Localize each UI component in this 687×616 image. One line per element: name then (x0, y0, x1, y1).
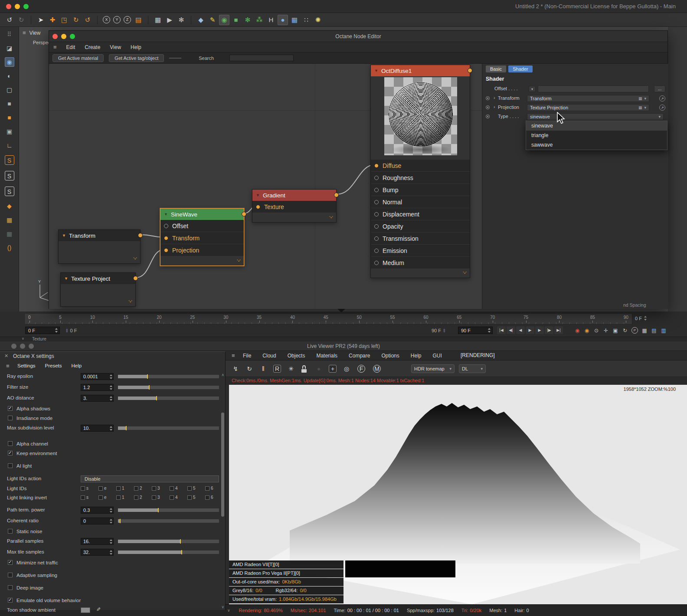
node-header[interactable]: ▼ OctDiffuse1 (371, 65, 470, 76)
frame-stepper[interactable] (644, 315, 648, 321)
range-handle-icon[interactable]: ‖ (443, 328, 445, 333)
select-tool-icon[interactable]: ➤ (36, 15, 46, 25)
texture-icon[interactable]: ▦ (638, 95, 642, 102)
port-dot-opacity[interactable] (374, 224, 379, 229)
scrollbar-thumb[interactable] (221, 413, 224, 517)
next-key-button[interactable]: |▶ (545, 326, 553, 334)
menu-create[interactable]: Create (85, 44, 100, 50)
film-region-icon[interactable]: F (357, 365, 365, 373)
collapse-icon[interactable]: ▼ (62, 233, 66, 238)
material-picker-icon[interactable]: M (373, 365, 381, 373)
tab-presets[interactable]: Presets (45, 363, 62, 368)
primitive-cube-icon[interactable]: ◆ (196, 15, 206, 25)
menu-view[interactable]: View (110, 44, 121, 50)
type-option-triangle[interactable]: triangle (526, 131, 667, 140)
collapse-icon[interactable]: ▼ (374, 69, 378, 73)
slider-filter-size[interactable] (118, 386, 219, 389)
checkbox-light-linking-invert-4[interactable] (170, 495, 174, 500)
checkbox-light-linking-invert-3[interactable] (152, 495, 156, 500)
node-header[interactable]: ▼ Gradient (252, 190, 336, 201)
render-passes-icon[interactable]: ● (315, 365, 323, 373)
keyframe-icon[interactable]: ⊙ (592, 327, 600, 334)
render-settings-icon[interactable]: ✻ (176, 15, 186, 25)
offset-more-button[interactable]: ... (654, 85, 665, 92)
chevron-down-icon[interactable]: ▾ (644, 95, 646, 102)
checkbox-emulate-old-volume-behavior[interactable] (8, 598, 13, 603)
paint-bucket-icon[interactable]: ◆ (5, 201, 14, 211)
projection-field[interactable]: Texture Projection ▦ ▾ (527, 104, 649, 111)
goto-projection-node-button[interactable]: ↗ (659, 105, 665, 111)
deformer-icon[interactable]: ✻ (242, 15, 253, 25)
range-handle-icon[interactable]: ‖ (66, 328, 68, 333)
chevron-right-icon[interactable]: › (494, 104, 495, 109)
grid-dark-icon[interactable]: ▦ (5, 229, 14, 239)
checkbox-light-ids-2[interactable] (134, 486, 138, 491)
frame-stepper[interactable] (55, 328, 59, 333)
value-input-filter-size[interactable]: 1.2 (81, 384, 114, 391)
next-frame-button[interactable]: ▶ (535, 326, 544, 334)
menu-objects[interactable]: Objects (288, 353, 305, 359)
port-dot-medium[interactable] (374, 261, 379, 265)
node-gradient[interactable]: ▼ Gradient Texture (252, 189, 337, 223)
port-dot-normal[interactable] (374, 200, 379, 204)
move-tool-icon[interactable]: ✚ (47, 15, 58, 25)
port-dot-roughness[interactable] (374, 176, 379, 180)
port-medium[interactable]: Medium (371, 257, 470, 269)
dropdown-light-ids-action[interactable]: Disable (81, 475, 219, 482)
volume-builder-icon[interactable]: ◉ (219, 15, 229, 25)
mograph-icon[interactable]: H (266, 15, 276, 25)
checkbox-adaptive-sampling[interactable] (8, 573, 13, 577)
output-port-dot[interactable] (334, 193, 339, 197)
render-view-icon[interactable]: ▦ (153, 15, 163, 25)
generator-icon[interactable]: ■ (231, 15, 241, 25)
value-stepper[interactable] (109, 508, 113, 513)
port-dot-texture[interactable] (256, 205, 260, 209)
checkbox-light-ids-5[interactable] (187, 486, 192, 491)
checkbox-alpha-channel[interactable] (8, 441, 13, 446)
frame-end-field[interactable]: 90 F (458, 327, 493, 334)
eyedropper-icon[interactable]: ✎ (96, 606, 101, 613)
grid-orange-icon[interactable]: ▦ (5, 215, 14, 225)
checkbox-light-ids-e[interactable] (98, 486, 103, 491)
slider-handle[interactable] (120, 519, 121, 523)
texture-icon[interactable]: ▦ (638, 105, 642, 111)
checkbox-light-ids-1[interactable] (116, 486, 121, 491)
slider-handle[interactable] (156, 396, 157, 400)
prev-frame-button[interactable]: ◀ (516, 326, 525, 334)
checkbox-irradiance-mode[interactable] (8, 416, 13, 420)
dl-select[interactable]: DL ▾ (459, 364, 486, 373)
port-transmission[interactable]: Transmission (371, 233, 470, 244)
planes-icon[interactable]: ▣ (5, 127, 14, 136)
scroll-down-icon[interactable]: ∨ (221, 605, 224, 609)
simulate-icon[interactable]: ∷ (301, 15, 311, 25)
checkbox-deep-image[interactable] (8, 585, 13, 590)
workplane-icon[interactable]: ▤ (133, 15, 144, 25)
slider-parallel-samples[interactable] (118, 540, 219, 543)
menu-options[interactable]: Options (381, 353, 399, 359)
close-button[interactable] (6, 4, 11, 9)
chevron-right-icon[interactable]: › (494, 95, 495, 100)
slider-coherent-ratio[interactable] (118, 519, 219, 523)
node-header[interactable]: ▼ SineWave (160, 209, 244, 220)
port-offset[interactable]: Offset (160, 220, 244, 232)
slider-max-subdivision-level[interactable] (118, 426, 219, 430)
port-dot-projection[interactable] (164, 248, 168, 252)
resize-icon[interactable] (462, 271, 468, 276)
value-input-path-term-power[interactable]: 0.3 (81, 507, 114, 514)
slider-handle[interactable] (158, 508, 159, 512)
record-parameter-icon[interactable]: P (631, 327, 638, 334)
redo-icon[interactable]: ↻ (16, 15, 26, 25)
lock-resolution-icon[interactable] (301, 365, 309, 373)
goto-start-button[interactable]: |◀ (497, 326, 506, 334)
checkbox-alpha-shadows[interactable] (8, 406, 13, 411)
chevron-down-icon[interactable]: ∨ (227, 608, 230, 613)
field-icon[interactable]: ● (278, 15, 288, 25)
record-pla-icon[interactable]: ▦ (641, 327, 648, 334)
port-opacity[interactable]: Opacity (371, 220, 470, 232)
array-icon[interactable]: ▦ (289, 15, 300, 25)
axis-y-lock-icon[interactable]: Y (113, 16, 121, 23)
menu-help[interactable]: Help (131, 44, 141, 50)
port-emission[interactable]: Emission (371, 245, 470, 256)
output-port-dot[interactable] (468, 68, 472, 73)
menu-icon[interactable]: ≡ (53, 44, 57, 50)
